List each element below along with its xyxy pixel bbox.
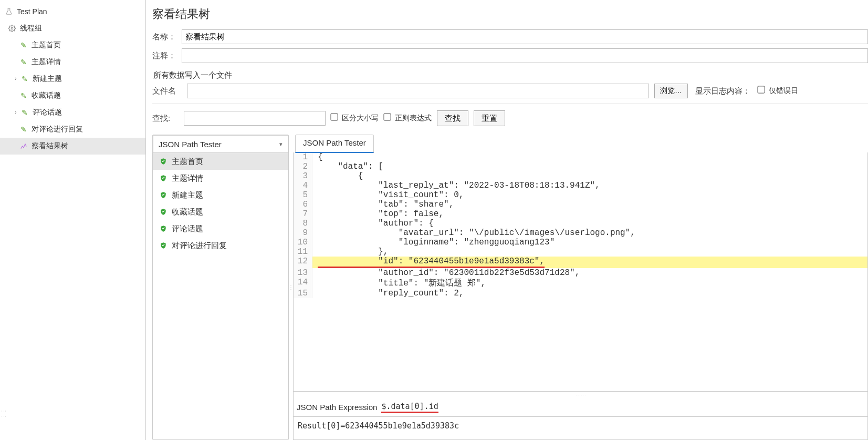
code-content: "visit_count": 0, bbox=[312, 190, 867, 200]
line-number: 7 bbox=[294, 209, 312, 219]
result-item[interactable]: 主题首页 bbox=[153, 153, 288, 170]
success-shield-icon bbox=[159, 208, 168, 216]
tree-thread-group[interactable]: 线程组 bbox=[0, 20, 145, 37]
only-errors-label: 仅错误日 bbox=[769, 86, 798, 95]
divider bbox=[152, 104, 868, 104]
line-number: 12 bbox=[294, 257, 312, 268]
vertical-splitter[interactable]: ⋮ bbox=[289, 135, 293, 440]
tab-json-path-tester[interactable]: JSON Path Tester bbox=[295, 135, 374, 153]
result-item[interactable]: 评论话题 bbox=[153, 220, 288, 237]
result-item-label: 评论话题 bbox=[172, 224, 203, 234]
code-line: 9 "avatar_url": "\/public\/images\/userl… bbox=[294, 228, 867, 238]
success-shield-icon bbox=[159, 157, 168, 166]
tree-item-label: 主题详情 bbox=[32, 57, 61, 67]
tree-item-label: 新建主题 bbox=[33, 74, 62, 84]
renderer-dropdown[interactable]: JSON Path Tester ▾ bbox=[153, 135, 288, 153]
code-line: 8 "author": { bbox=[294, 219, 867, 228]
response-code-area[interactable]: 1{2 "data": [3 {4 "last_reply_at": "2022… bbox=[293, 152, 868, 392]
drag-handle-icon[interactable]: ⋮⋮ bbox=[1, 408, 7, 419]
code-content: "loginname": "zhengguoqiang123" bbox=[312, 238, 867, 247]
tree-item-label: 收藏话题 bbox=[32, 91, 61, 100]
code-line: 6 "tab": "share", bbox=[294, 200, 867, 209]
tree-item-comment[interactable]: › ✎ 评论话题 bbox=[0, 104, 145, 121]
filename-input[interactable] bbox=[187, 84, 649, 98]
only-errors-checkbox[interactable] bbox=[757, 86, 765, 93]
pencil-icon: ✎ bbox=[19, 57, 28, 67]
line-number: 9 bbox=[294, 228, 312, 238]
filename-label: 文件名 bbox=[152, 86, 182, 96]
write-all-label: 所有数据写入一个文件 bbox=[152, 65, 868, 83]
result-list: 主题首页 主题详情 新建主题 收藏话题 评论话题 bbox=[153, 153, 288, 254]
code-content: "data": [ bbox=[312, 162, 867, 171]
code-content: "reply_count": 2, bbox=[312, 289, 867, 298]
reset-button[interactable]: 重置 bbox=[474, 110, 505, 126]
jsonpath-input[interactable]: $.data[0].id bbox=[381, 402, 438, 413]
browse-button[interactable]: 浏览… bbox=[654, 84, 688, 98]
tree-item-label: 察看结果树 bbox=[32, 141, 68, 151]
result-item[interactable]: 对评论进行回复 bbox=[153, 237, 288, 254]
result-item-label: 主题详情 bbox=[172, 173, 203, 183]
pencil-icon: ✎ bbox=[19, 91, 28, 100]
regex-checkbox-wrap[interactable]: 正则表达式 bbox=[384, 114, 432, 123]
jsonpath-result-box: Result[0]=623440455b1e9e1a5d39383c bbox=[293, 417, 868, 440]
tree-item-label: 评论话题 bbox=[33, 108, 62, 117]
case-checkbox[interactable] bbox=[330, 113, 338, 120]
case-checkbox-wrap[interactable]: 区分大小写 bbox=[331, 114, 379, 123]
line-number: 8 bbox=[294, 219, 312, 228]
comment-label: 注释： bbox=[152, 51, 182, 61]
comment-input[interactable] bbox=[182, 48, 868, 63]
tab-bar: JSON Path Tester bbox=[293, 135, 868, 152]
tree-item-label: 对评论进行回复 bbox=[32, 125, 83, 134]
main-panel: 察看结果树 名称： 注释： 所有数据写入一个文件 文件名 浏览… 显示日志内容：… bbox=[146, 0, 868, 440]
tree-item-favorite[interactable]: ✎ 收藏话题 bbox=[0, 87, 145, 104]
tree-root-test-plan[interactable]: Test Plan bbox=[0, 3, 145, 20]
success-shield-icon bbox=[159, 191, 168, 199]
caret-right-icon: › bbox=[13, 109, 19, 116]
code-line: 12 "id": "623440455b1e9e1a5d39383c", bbox=[294, 257, 867, 268]
code-content: "title": "新建话题 郑", bbox=[312, 278, 867, 289]
line-number: 10 bbox=[294, 238, 312, 247]
name-input[interactable] bbox=[182, 29, 868, 44]
results-column: JSON Path Tester ▾ 主题首页 主题详情 新建主题 bbox=[152, 135, 289, 440]
result-item[interactable]: 主题详情 bbox=[153, 170, 288, 187]
code-line: 4 "last_reply_at": "2022-03-18T08:18:13.… bbox=[294, 181, 867, 190]
tree-item-detail[interactable]: ✎ 主题详情 bbox=[0, 54, 145, 70]
code-content: "author_id": "6230011db22f3e5d53d71d28", bbox=[312, 268, 867, 278]
regex-checkbox[interactable] bbox=[383, 113, 391, 120]
line-number: 15 bbox=[294, 289, 312, 298]
only-errors-checkbox-wrap[interactable]: 仅错误日 bbox=[758, 86, 798, 96]
show-log-label: 显示日志内容： bbox=[693, 86, 752, 96]
code-line: 13 "author_id": "6230011db22f3e5d53d71d2… bbox=[294, 268, 867, 278]
pencil-icon: ✎ bbox=[20, 108, 29, 117]
chevron-down-icon: ▾ bbox=[279, 141, 283, 148]
code-line: 3 { bbox=[294, 171, 867, 181]
code-content: "avatar_url": "\/public\/images\/userlog… bbox=[312, 228, 867, 238]
line-number: 5 bbox=[294, 190, 312, 200]
pencil-icon: ✎ bbox=[20, 74, 29, 84]
tree-thread-group-label: 线程组 bbox=[20, 24, 42, 33]
code-line: 7 "top": false, bbox=[294, 209, 867, 219]
result-item[interactable]: 新建主题 bbox=[153, 187, 288, 203]
regex-label: 正则表达式 bbox=[395, 114, 432, 122]
tree-item-new-topic[interactable]: › ✎ 新建主题 bbox=[0, 70, 145, 87]
line-number: 11 bbox=[294, 247, 312, 257]
success-shield-icon bbox=[159, 224, 168, 233]
find-button[interactable]: 查找 bbox=[437, 110, 468, 126]
tree-item-reply[interactable]: ✎ 对评论进行回复 bbox=[0, 121, 145, 138]
pencil-icon: ✎ bbox=[19, 40, 28, 50]
tree-item-view-results[interactable]: 察看结果树 bbox=[0, 138, 145, 155]
tree-root-label: Test Plan bbox=[17, 7, 47, 16]
graph-icon bbox=[19, 141, 28, 151]
line-number: 1 bbox=[294, 152, 312, 162]
tree-item-home[interactable]: ✎ 主题首页 bbox=[0, 37, 145, 54]
result-item-label: 对评论进行回复 bbox=[172, 241, 227, 251]
caret-right-icon: › bbox=[13, 76, 19, 82]
code-line: 5 "visit_count": 0, bbox=[294, 190, 867, 200]
code-content: { bbox=[312, 171, 867, 181]
search-input[interactable] bbox=[184, 111, 326, 126]
horizontal-splitter[interactable]: ⋯⋯ bbox=[293, 392, 868, 398]
line-number: 6 bbox=[294, 200, 312, 209]
code-line: 1{ bbox=[294, 152, 867, 162]
result-item[interactable]: 收藏话题 bbox=[153, 203, 288, 220]
code-content: "tab": "share", bbox=[312, 200, 867, 209]
